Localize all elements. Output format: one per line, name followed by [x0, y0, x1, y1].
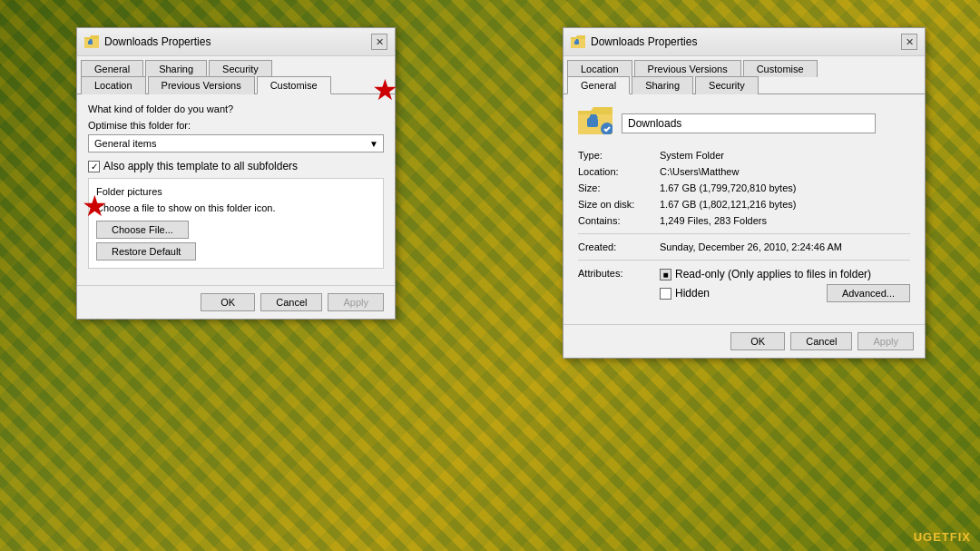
button-row-left: OK Cancel Apply	[77, 285, 395, 319]
readonly-checkbox[interactable]: ■	[660, 269, 671, 280]
tab-customise-right[interactable]: Customise	[743, 60, 818, 77]
properties-list: Type: System Folder Location: C:\Users\M…	[578, 150, 910, 226]
title-bar-right: Downloads Properties ✕	[564, 28, 925, 56]
tab-general-left[interactable]: General	[81, 60, 143, 77]
folder-icon-title-left	[84, 34, 99, 49]
button-row-right: OK Cancel Apply	[564, 324, 925, 358]
optimise-select-wrap: General items ▼	[88, 134, 384, 153]
apply-button-left[interactable]: Apply	[328, 293, 384, 311]
title-right: Downloads Properties	[591, 35, 896, 48]
prop-contains-value: 1,249 Files, 283 Folders	[660, 215, 767, 226]
tab-location-right[interactable]: Location	[567, 60, 632, 77]
title-left: Downloads Properties	[104, 35, 366, 48]
dialog-right: Downloads Properties ✕ Location Previous…	[563, 27, 926, 359]
folder-icon-title-right	[571, 34, 585, 49]
hidden-row: Hidden Advanced...	[660, 284, 910, 302]
optimise-select[interactable]: General items	[88, 134, 384, 153]
separator	[578, 233, 910, 234]
tab-previous-versions-left[interactable]: Previous Versions	[148, 76, 255, 94]
folder-pictures-desc: Choose a file to show on this folder ico…	[96, 202, 376, 213]
prop-size-on-disk-label: Size on disk:	[578, 199, 660, 210]
prop-contains: Contains: 1,249 Files, 283 Folders	[578, 215, 910, 226]
tab-location-left[interactable]: Location	[81, 76, 146, 94]
advanced-button[interactable]: Advanced...	[827, 284, 910, 302]
prop-location-value: C:\Users\Matthew	[660, 166, 739, 177]
restore-default-button[interactable]: Restore Default	[96, 242, 196, 261]
tabs-left: General Sharing Security Location Previo…	[77, 56, 395, 94]
svg-rect-0	[88, 41, 93, 44]
title-bar-left: Downloads Properties ✕	[77, 28, 395, 56]
watermark-prefix: U	[914, 530, 923, 544]
prop-created: Created: Sunday, December 26, 2010, 2:24…	[578, 241, 910, 252]
prop-contains-label: Contains:	[578, 215, 660, 226]
hidden-checkbox[interactable]	[660, 288, 671, 300]
checkbox-row: ✓ Also apply this template to all subfol…	[88, 160, 384, 172]
cancel-button-right[interactable]: Cancel	[790, 332, 852, 350]
content-left: What kind of folder do you want? Optimis…	[77, 94, 395, 285]
prop-type: Type: System Folder	[578, 150, 910, 161]
choose-file-button[interactable]: Choose File...	[96, 221, 189, 239]
svg-rect-4	[587, 118, 598, 127]
hidden-label: Hidden	[675, 287, 805, 300]
attributes-label: Attributes:	[578, 268, 660, 279]
prop-created-value: Sunday, December 26, 2010, 2:24:46 AM	[660, 241, 842, 252]
ok-button-right[interactable]: OK	[730, 332, 785, 350]
readonly-label: Read-only (Only applies to files in fold…	[675, 268, 871, 280]
tab-row1-right: Location Previous Versions Customise	[567, 60, 921, 76]
prop-size-on-disk-value: 1.67 GB (1,802,121,216 bytes)	[660, 199, 796, 210]
tab-general-right[interactable]: General	[567, 76, 630, 94]
attributes-values: ■ Read-only (Only applies to files in fo…	[660, 268, 910, 308]
question-label: What kind of folder do you want?	[88, 103, 384, 114]
svg-rect-2	[574, 41, 579, 44]
prop-type-label: Type:	[578, 150, 660, 161]
tab-row1-left: General Sharing Security	[81, 60, 391, 76]
checkbox-label: Also apply this template to all subfolde…	[103, 160, 298, 172]
watermark-highlight: GET	[923, 530, 950, 544]
tab-sharing-right[interactable]: Sharing	[632, 76, 693, 94]
prop-created-label: Created:	[578, 241, 660, 252]
cancel-button-left[interactable]: Cancel	[260, 293, 322, 311]
close-button-left[interactable]: ✕	[371, 34, 387, 50]
apply-button-right[interactable]: Apply	[858, 332, 914, 350]
prop-location-label: Location:	[578, 166, 660, 177]
prop-size: Size: 1.67 GB (1,799,720,810 bytes)	[578, 182, 910, 193]
prop-size-label: Size:	[578, 182, 660, 193]
tab-customise-left[interactable]: Customise	[257, 76, 331, 94]
tab-security-left[interactable]: Security	[209, 60, 272, 77]
folder-pictures-group: Folder pictures Choose a file to show on…	[88, 178, 384, 269]
folder-name-input[interactable]	[622, 113, 876, 133]
folder-big-icon	[578, 105, 612, 141]
prop-location: Location: C:\Users\Matthew	[578, 166, 910, 177]
close-button-right[interactable]: ✕	[901, 34, 917, 50]
ok-button-left[interactable]: OK	[201, 293, 255, 311]
tab-security-right[interactable]: Security	[695, 76, 759, 94]
optimise-label: Optimise this folder for:	[88, 120, 384, 131]
separator2	[578, 260, 910, 261]
prop-size-value: 1.67 GB (1,799,720,810 bytes)	[660, 182, 796, 193]
watermark-suffix: FIX	[950, 530, 971, 544]
subfolders-checkbox[interactable]: ✓	[88, 161, 100, 172]
tab-sharing-left[interactable]: Sharing	[145, 60, 207, 77]
folder-pictures-title: Folder pictures	[96, 186, 376, 197]
tab-row2-left: Location Previous Versions Customise	[81, 76, 391, 93]
tabs-right: Location Previous Versions Customise Gen…	[564, 56, 925, 94]
content-right: Type: System Folder Location: C:\Users\M…	[564, 94, 925, 324]
dialog-left: Downloads Properties ✕ General Sharing S…	[76, 27, 396, 320]
readonly-row: ■ Read-only (Only applies to files in fo…	[660, 268, 910, 280]
attributes-row: Attributes: ■ Read-only (Only applies to…	[578, 268, 910, 308]
prop-size-on-disk: Size on disk: 1.67 GB (1,802,121,216 byt…	[578, 199, 910, 210]
folder-name-row	[578, 105, 910, 141]
prop-type-value: System Folder	[660, 150, 724, 161]
tab-row2-right: General Sharing Security	[567, 76, 921, 93]
tab-previous-versions-right[interactable]: Previous Versions	[634, 60, 741, 77]
watermark: UGETFIX	[914, 530, 971, 544]
